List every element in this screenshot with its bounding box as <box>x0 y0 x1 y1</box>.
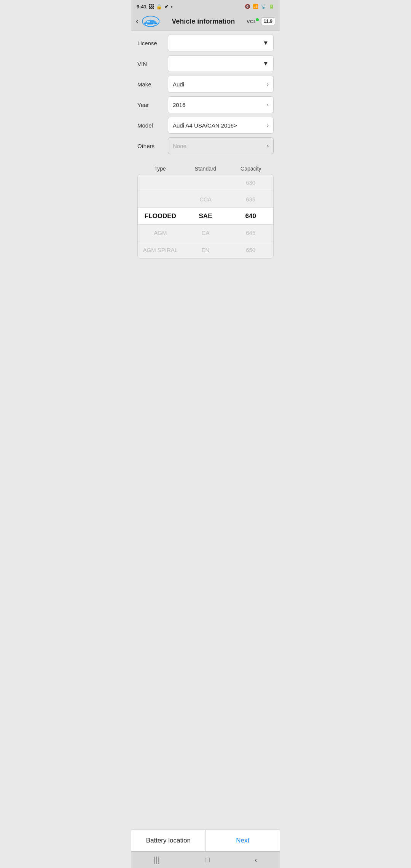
license-row: License ▼ <box>137 35 274 51</box>
col-capacity: Capacity <box>228 166 274 172</box>
signal-icon: 📡 <box>261 4 266 9</box>
gallery-icon: 🖼 <box>149 4 154 10</box>
table-header: Type Standard Capacity <box>137 163 274 174</box>
battery-table-section: Type Standard Capacity 630 CCA 635 FLOOD… <box>131 163 280 258</box>
vin-dropdown-arrow: ▼ <box>263 60 269 67</box>
row5-type: AGM SPIRAL <box>138 243 183 257</box>
svg-text:VIN: VIN <box>147 21 151 23</box>
row4-type: AGM <box>138 226 183 240</box>
row4-capacity: 645 <box>228 226 273 240</box>
col-type: Type <box>137 166 183 172</box>
license-label: License <box>137 40 168 46</box>
make-input-wrap: Audi › <box>168 76 274 93</box>
others-input[interactable]: None › <box>168 137 274 154</box>
vci-badge: VCI <box>247 19 259 24</box>
back-button[interactable]: ‹ <box>136 16 139 26</box>
status-left: 9:41 🖼 🔒 ✔ • <box>137 4 173 10</box>
license-input[interactable]: ▼ <box>168 35 274 51</box>
model-label: Model <box>137 122 168 129</box>
vin-row: VIN ▼ <box>137 55 274 72</box>
make-label: Make <box>137 81 168 88</box>
table-row-selected[interactable]: FLOODED SAE 640 <box>138 208 273 225</box>
row2-standard: CCA <box>183 192 228 206</box>
battery-table: 630 CCA 635 FLOODED SAE 640 AGM CA 645 A… <box>137 174 274 258</box>
model-row: Model Audi A4 USA/CAN 2016> › <box>137 117 274 134</box>
row1-standard <box>183 179 228 187</box>
svg-point-1 <box>146 23 148 25</box>
status-right: 🔇 📶 📡 🔋 <box>245 4 274 9</box>
model-input[interactable]: Audi A4 USA/CAN 2016> › <box>168 117 274 134</box>
table-row[interactable]: 630 <box>138 174 273 191</box>
row5-capacity: 650 <box>228 243 273 257</box>
vci-label: VCI <box>247 19 255 24</box>
row2-capacity: 635 <box>228 192 273 206</box>
row3-standard: SAE <box>183 209 228 224</box>
row2-type <box>138 196 183 203</box>
battery-icon: 🔋 <box>269 4 274 9</box>
others-arrow: › <box>267 143 269 149</box>
year-row: Year 2016 › <box>137 96 274 113</box>
year-input-wrap: 2016 › <box>168 96 274 113</box>
table-row[interactable]: CCA 635 <box>138 191 273 208</box>
row1-type <box>138 179 183 187</box>
vci-connected-dot <box>256 18 259 21</box>
col-standard: Standard <box>183 166 228 172</box>
status-time: 9:41 <box>137 4 147 10</box>
wifi-icon: 📶 <box>253 4 258 9</box>
year-value: 2016 <box>173 102 185 108</box>
make-row: Make Audi › <box>137 76 274 93</box>
dot-icon: • <box>171 4 173 10</box>
row4-standard: CA <box>183 226 228 240</box>
top-bar-left: ‹ VIN <box>136 15 160 27</box>
lock-icon: 🔒 <box>156 4 162 10</box>
vin-label: VIN <box>137 61 168 67</box>
others-label: Others <box>137 143 168 149</box>
row3-capacity: 640 <box>228 209 273 224</box>
year-arrow: › <box>267 102 269 108</box>
others-row: Others None › <box>137 137 274 154</box>
check-icon: ✔ <box>164 4 169 10</box>
others-value: None <box>173 143 186 149</box>
form-area: License ▼ VIN ▼ Make Audi › Year <box>131 31 280 162</box>
make-value: Audi <box>173 81 184 88</box>
year-label: Year <box>137 102 168 108</box>
table-row[interactable]: AGM CA 645 <box>138 225 273 241</box>
top-bar-right: VCI 11.9 <box>247 18 275 25</box>
page-title: Vehicle information <box>160 18 247 26</box>
row3-type: FLOODED <box>138 209 183 224</box>
others-input-wrap: None › <box>168 137 274 154</box>
vin-logo: VIN <box>142 15 160 27</box>
table-row[interactable]: AGM SPIRAL EN 650 <box>138 241 273 258</box>
row5-standard: EN <box>183 243 228 257</box>
mute-icon: 🔇 <box>245 4 250 9</box>
vin-logo-icon: VIN <box>142 15 160 27</box>
make-arrow: › <box>267 81 269 87</box>
year-input[interactable]: 2016 › <box>168 96 274 113</box>
license-input-wrap: ▼ <box>168 35 274 51</box>
status-bar: 9:41 🖼 🔒 ✔ • 🔇 📶 📡 🔋 <box>131 0 280 12</box>
battery-voltage-badge: 11.9 <box>261 18 275 25</box>
make-input[interactable]: Audi › <box>168 76 274 93</box>
model-input-wrap: Audi A4 USA/CAN 2016> › <box>168 117 274 134</box>
model-value: Audi A4 USA/CAN 2016> <box>173 122 237 129</box>
top-bar: ‹ VIN Vehicle information VCI 11.9 <box>131 12 280 31</box>
row1-capacity: 630 <box>228 176 273 190</box>
svg-point-2 <box>153 23 155 25</box>
vin-input[interactable]: ▼ <box>168 55 274 72</box>
license-dropdown-arrow: ▼ <box>263 40 269 46</box>
vin-input-wrap: ▼ <box>168 55 274 72</box>
model-arrow: › <box>267 122 269 128</box>
